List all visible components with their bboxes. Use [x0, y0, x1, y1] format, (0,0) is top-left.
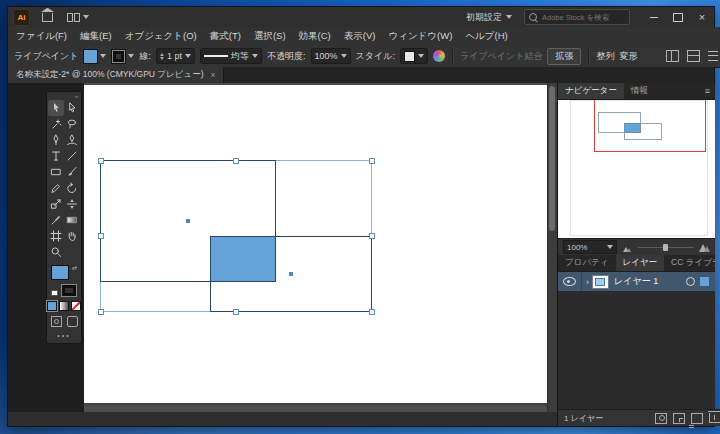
window-controls: ×	[642, 7, 714, 27]
menu-bar: ファイル(F) 編集(E) オブジェクト(O) 書式(T) 選択(S) 効果(C…	[8, 27, 720, 46]
stroke-color-picker[interactable]	[111, 49, 134, 64]
line-segment-tool-button[interactable]	[64, 148, 80, 164]
stroke-swatch-icon	[111, 49, 126, 64]
pencil-tool-button[interactable]	[48, 180, 64, 196]
new-layer-icon[interactable]	[691, 413, 703, 424]
navigator-zoom-slider[interactable]	[638, 247, 694, 248]
make-mask-icon[interactable]	[655, 413, 667, 424]
arrange-documents-caret-icon[interactable]	[83, 15, 89, 19]
navigator-preview[interactable]	[558, 100, 715, 238]
none-button[interactable]	[71, 301, 81, 311]
stroke-proxy-icon[interactable]	[61, 284, 77, 297]
width-profile-dropdown[interactable]: 均等	[200, 48, 262, 64]
curvature-tool-button[interactable]	[64, 132, 80, 148]
menu-object[interactable]: オブジェクト(O)	[125, 30, 197, 43]
default-fill-stroke-icon[interactable]	[51, 290, 58, 296]
menu-window[interactable]: ウィンドウ(W)	[388, 30, 452, 43]
expand-chevron-icon[interactable]: ›	[586, 277, 589, 287]
layer-name[interactable]: レイヤー 1	[614, 275, 658, 288]
delete-layer-icon[interactable]	[709, 413, 720, 423]
tab-layers[interactable]: レイヤー	[616, 255, 665, 271]
menu-type[interactable]: 書式(T)	[210, 30, 241, 43]
zoom-tool-button[interactable]	[48, 244, 64, 260]
workspace-switcher[interactable]: 初期設定	[466, 11, 512, 24]
menu-edit[interactable]: 編集(E)	[80, 30, 112, 43]
fill-stroke-control[interactable]: ⇄	[51, 265, 77, 297]
menu-help[interactable]: ヘルプ(H)	[465, 30, 507, 43]
tab-properties[interactable]: プロパティ	[558, 255, 616, 271]
panel-menu-icon[interactable]	[708, 51, 718, 61]
gradient-button[interactable]	[59, 301, 69, 311]
lasso-tool-button[interactable]	[64, 116, 80, 132]
zoom-out-icon[interactable]	[622, 243, 633, 252]
menu-effect[interactable]: 効果(C)	[299, 30, 331, 43]
artwork[interactable]	[84, 83, 557, 412]
menu-select[interactable]: 選択(S)	[254, 30, 286, 43]
minimize-button[interactable]	[642, 7, 666, 27]
rectangle-tool-button[interactable]	[48, 164, 64, 180]
search-icon	[529, 13, 537, 21]
tab-cc-libraries[interactable]: CC ライブラリ	[664, 255, 715, 271]
maximize-button[interactable]	[666, 7, 690, 27]
edit-toolbar-icon[interactable]: •••	[47, 332, 81, 339]
tab-close-icon[interactable]: ×	[210, 70, 215, 80]
layer-row[interactable]: › レイヤー 1	[558, 272, 715, 292]
layer-thumbnail[interactable]	[592, 275, 609, 289]
canvas-area[interactable]	[84, 83, 557, 412]
gradient-tool-button[interactable]	[64, 212, 80, 228]
hand-tool-button[interactable]	[64, 228, 80, 244]
arrange-documents-icon[interactable]	[67, 13, 80, 22]
vertical-scrollbar[interactable]	[547, 83, 557, 412]
type-tool-button[interactable]	[48, 148, 64, 164]
search-input[interactable]	[540, 12, 625, 23]
vertical-scrollbar-thumb[interactable]	[549, 86, 555, 231]
navigator-zoom-knob[interactable]	[663, 244, 668, 251]
width-tool-button[interactable]	[64, 196, 80, 212]
rotate-tool-button[interactable]	[64, 180, 80, 196]
fill-color-picker[interactable]	[83, 49, 106, 64]
panel-tab-bar: プロパティ レイヤー CC ライブラリ ≡	[558, 255, 715, 272]
swap-fill-stroke-icon[interactable]: ⇄	[72, 265, 77, 271]
toolbar-collapse-icon[interactable]: »	[47, 93, 81, 100]
magic-wand-tool-button[interactable]	[48, 116, 64, 132]
layers-actions	[655, 413, 720, 424]
paintbrush-tool-button[interactable]	[64, 164, 80, 180]
align-button[interactable]: 整列	[596, 50, 614, 63]
screen-mode-icon[interactable]	[67, 316, 78, 327]
pen-tool-button[interactable]	[48, 132, 64, 148]
eyedropper-tool-button[interactable]	[48, 212, 64, 228]
artboard-tool-button[interactable]	[48, 228, 64, 244]
tab-navigator[interactable]: ナビゲーター	[558, 83, 624, 99]
direct-selection-tool-button[interactable]	[64, 100, 80, 116]
stroke-weight-field[interactable]: 1 pt	[156, 48, 195, 64]
document-tab[interactable]: 名称未設定-2* @ 100% (CMYK/GPU プレビュー) ×	[8, 67, 224, 83]
tab-info[interactable]: 情報	[624, 83, 655, 99]
livepaint-filled-region[interactable]	[211, 237, 276, 282]
menu-file[interactable]: ファイル(F)	[16, 30, 67, 43]
navigator-panel-menu-icon[interactable]: ≡	[705, 86, 710, 96]
document-setup-icon[interactable]	[666, 50, 679, 62]
stroke-weight-stepper[interactable]	[160, 53, 164, 60]
menu-view[interactable]: 表示(V)	[344, 30, 376, 43]
rectangle-tool-icon	[50, 166, 62, 178]
scale-tool-button[interactable]	[48, 196, 64, 212]
zoom-in-icon[interactable]	[699, 243, 710, 252]
recolor-artwork-icon[interactable]	[433, 50, 445, 62]
close-button[interactable]: ×	[690, 7, 714, 27]
preferences-icon[interactable]	[687, 50, 700, 62]
opacity-field[interactable]: 100%	[311, 48, 351, 64]
new-sublayer-icon[interactable]	[673, 413, 685, 424]
target-circle-icon[interactable]	[686, 277, 695, 286]
fill-proxy-icon[interactable]	[51, 265, 69, 280]
selection-indicator[interactable]	[700, 277, 709, 286]
navigator-zoom-field[interactable]: 100%	[563, 240, 617, 254]
draw-mode-icon[interactable]	[51, 316, 62, 327]
selection-tool-button[interactable]	[48, 100, 64, 116]
color-button[interactable]	[47, 301, 57, 311]
transform-button[interactable]: 変形	[619, 50, 637, 63]
stock-search-box[interactable]	[524, 9, 630, 25]
style-dropdown[interactable]	[400, 48, 428, 64]
expand-button[interactable]: 拡張	[547, 48, 581, 65]
visibility-eye-icon[interactable]	[563, 277, 576, 286]
home-icon[interactable]	[42, 13, 53, 22]
